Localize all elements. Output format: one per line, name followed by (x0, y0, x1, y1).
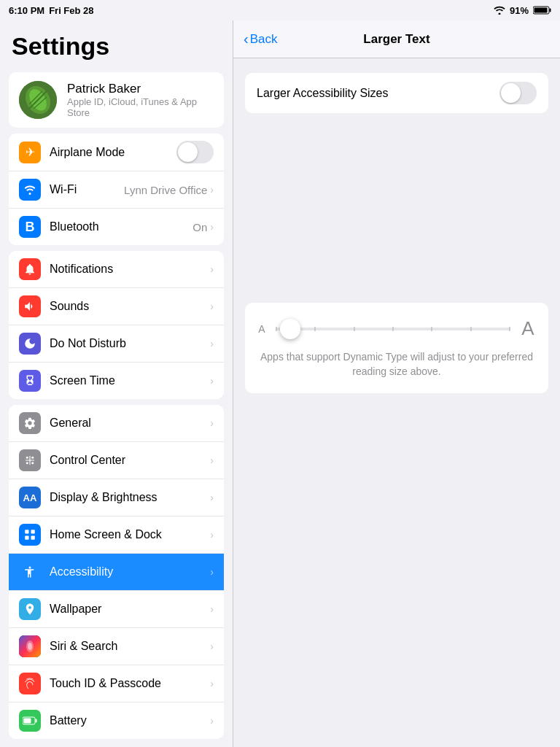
profile-subtitle: Apple ID, iCloud, iTunes & App Store (67, 96, 214, 118)
chevron-screen-time: › (210, 375, 214, 387)
sidebar-title: Settings (0, 20, 233, 66)
connectivity-group: ✈ Airplane Mode Wi-Fi Lynn Drive Office (9, 133, 224, 245)
sidebar-item-do-not-disturb[interactable]: Do Not Disturb › (9, 325, 224, 363)
bluetooth-value: On (192, 221, 207, 233)
wallpaper-icon (19, 598, 41, 620)
slider-section: A A App (245, 303, 548, 393)
back-chevron-icon: ‹ (244, 31, 249, 46)
sidebar-item-airplane-mode[interactable]: ✈ Airplane Mode (9, 133, 224, 171)
sidebar-item-screen-time[interactable]: Screen Time › (9, 363, 224, 399)
larger-accessibility-sizes-label: Larger Accessibility Sizes (257, 87, 499, 100)
sidebar-item-bluetooth[interactable]: B Bluetooth On › (9, 209, 224, 245)
wifi-value: Lynn Drive Office (124, 184, 207, 196)
notifications-label: Notifications (50, 263, 210, 276)
larger-accessibility-sizes-row: Larger Accessibility Sizes (245, 73, 548, 113)
tick-6 (470, 327, 472, 331)
svg-point-10 (31, 457, 34, 459)
battery-label: Battery (50, 714, 210, 727)
main-layout: Settings Patrick Baker A (0, 20, 560, 747)
svg-rect-1 (534, 8, 548, 13)
control-center-label: Control Center (50, 454, 210, 467)
svg-rect-24 (24, 719, 31, 724)
chevron-cc: › (210, 454, 214, 466)
sidebar-item-control-center[interactable]: Control Center › (9, 442, 224, 479)
sidebar-item-wallpaper[interactable]: Wallpaper › (9, 591, 224, 628)
notifications-group: Notifications › Sounds › Do Not Disturb … (9, 251, 224, 399)
bluetooth-icon: B (19, 216, 41, 238)
svg-rect-16 (31, 530, 35, 533)
slider-a-large: A (519, 317, 537, 340)
home-screen-dock-icon (19, 524, 41, 546)
wifi-label: Wi-Fi (50, 183, 124, 196)
sidebar-item-notifications[interactable]: Notifications › (9, 251, 224, 288)
svg-rect-2 (550, 9, 551, 12)
chevron-battery: › (210, 715, 214, 727)
sidebar-item-general[interactable]: General › (9, 405, 224, 442)
svg-point-11 (26, 462, 28, 464)
back-button[interactable]: ‹ Back (244, 32, 277, 47)
avatar-image (19, 81, 57, 119)
profile-name: Patrick Baker (67, 82, 214, 96)
chevron-siri: › (210, 640, 214, 652)
sidebar-item-accessibility[interactable]: Accessibility › (9, 554, 224, 591)
detail-content: Larger Accessibility Sizes A (233, 58, 560, 747)
detail-header: ‹ Back Larger Text (233, 20, 560, 58)
status-date: Fri Feb 28 (49, 5, 93, 16)
system-group: General › Control Center › AA Display & … (9, 405, 224, 739)
touch-id-passcode-label: Touch ID & Passcode (50, 677, 210, 690)
tick-4 (392, 327, 394, 331)
chevron-wallpaper: › (210, 603, 214, 615)
sidebar-item-home-screen-dock[interactable]: Home Screen & Dock › (9, 516, 224, 554)
tick-2 (314, 327, 316, 331)
general-icon (19, 412, 41, 434)
wifi-icon (494, 6, 505, 15)
chevron-access: › (210, 566, 214, 578)
accessibility-icon (19, 561, 41, 583)
siri-search-label: Siri & Search (50, 640, 210, 653)
bluetooth-label: Bluetooth (50, 220, 192, 233)
chevron-general: › (210, 417, 214, 429)
avatar (19, 81, 57, 119)
chevron-right-icon: › (210, 184, 214, 196)
sounds-label: Sounds (50, 300, 210, 313)
airplane-mode-icon: ✈ (19, 142, 41, 163)
svg-point-19 (29, 567, 31, 569)
sidebar-item-display-brightness[interactable]: AA Display & Brightness › (9, 479, 224, 516)
sidebar-item-battery[interactable]: Battery › (9, 703, 224, 739)
profile-info: Patrick Baker Apple ID, iCloud, iTunes &… (67, 82, 214, 118)
sounds-icon (19, 295, 41, 317)
chevron-dnd: › (210, 338, 214, 349)
slider-container: A A (257, 317, 537, 340)
siri-search-icon (19, 635, 41, 657)
svg-rect-25 (36, 719, 37, 723)
chevron-notifications: › (210, 263, 214, 275)
sidebar-item-sounds[interactable]: Sounds › (9, 288, 224, 325)
svg-rect-15 (25, 530, 28, 533)
accessibility-label: Accessibility (50, 565, 210, 578)
screen-time-label: Screen Time (50, 374, 210, 387)
detail-panel: ‹ Back Larger Text Larger Accessibility … (233, 20, 560, 747)
sidebar-item-touch-id-passcode[interactable]: Touch ID & Passcode › (9, 665, 224, 703)
font-size-slider-track (276, 328, 510, 330)
svg-rect-17 (25, 536, 28, 540)
display-brightness-icon: AA (19, 487, 41, 508)
spacer (245, 128, 548, 303)
svg-point-12 (31, 462, 34, 464)
profile-group: Patrick Baker Apple ID, iCloud, iTunes &… (9, 72, 224, 128)
font-size-slider-thumb[interactable] (280, 319, 300, 339)
larger-accessibility-sizes-toggle[interactable] (499, 82, 537, 104)
sidebar-item-siri-search[interactable]: Siri & Search › (9, 628, 224, 665)
status-time: 6:10 PM (9, 5, 44, 16)
profile-row[interactable]: Patrick Baker Apple ID, iCloud, iTunes &… (9, 72, 224, 128)
tick-3 (354, 327, 355, 331)
chevron-right-icon-bt: › (210, 221, 214, 233)
notifications-icon (19, 258, 41, 280)
chevron-touch-id: › (210, 678, 214, 689)
general-label: General (50, 417, 210, 430)
battery-icon (533, 6, 551, 15)
svg-point-22 (28, 643, 32, 650)
sidebar-item-wifi[interactable]: Wi-Fi Lynn Drive Office › (9, 171, 224, 209)
airplane-mode-toggle[interactable] (176, 141, 214, 163)
touch-id-passcode-icon (19, 673, 41, 694)
tick-7 (509, 327, 510, 331)
